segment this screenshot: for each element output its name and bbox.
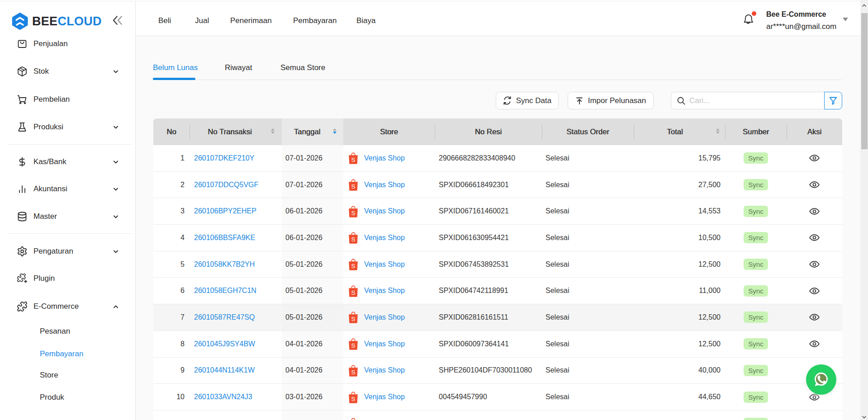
svg-text:S: S [351, 289, 355, 296]
svg-text:S: S [351, 156, 355, 163]
svg-text:S: S [351, 236, 355, 243]
svg-text:S: S [351, 395, 355, 402]
svg-text:S: S [351, 342, 355, 349]
svg-text:S: S [351, 368, 355, 375]
svg-text:S: S [351, 263, 355, 269]
svg-text:S: S [351, 183, 355, 190]
svg-text:S: S [351, 316, 355, 322]
svg-text:S: S [351, 209, 355, 216]
